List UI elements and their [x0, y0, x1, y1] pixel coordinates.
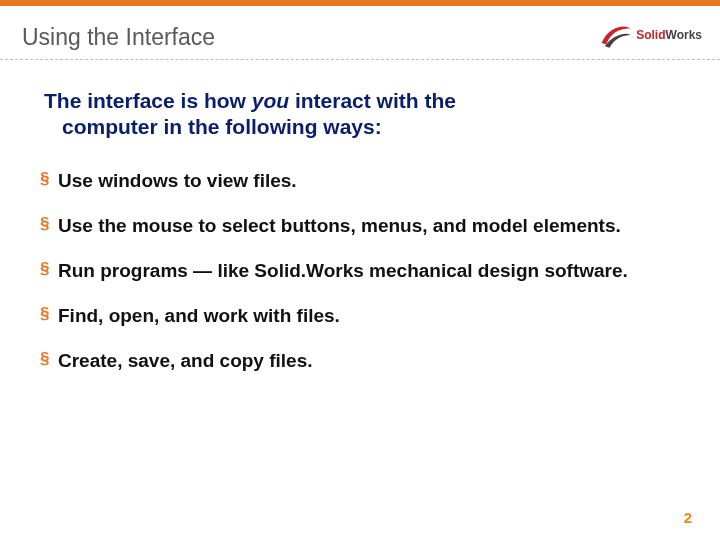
lead-prefix: The interface is how	[44, 89, 252, 112]
slide-header: Using the Interface SolidWorks	[0, 6, 720, 59]
bullet-icon: §	[40, 259, 49, 280]
list-item: § Use the mouse to select buttons, menus…	[40, 214, 680, 237]
bullet-icon: §	[40, 304, 49, 325]
lead-mid: interact with the	[289, 89, 456, 112]
list-item-text: Find, open, and work with files.	[58, 305, 340, 326]
slide-content: The interface is how you interact with t…	[0, 60, 720, 372]
lead-line2: computer in the following ways:	[44, 114, 680, 140]
lead-you: you	[252, 89, 289, 112]
page-number: 2	[684, 509, 692, 526]
lead-paragraph: The interface is how you interact with t…	[40, 88, 680, 141]
brand-works: Works	[666, 28, 702, 42]
brand-logo-text: SolidWorks	[636, 28, 702, 42]
list-item: § Run programs — like Solid.Works mechan…	[40, 259, 680, 282]
list-item: § Create, save, and copy files.	[40, 349, 680, 372]
bullet-icon: §	[40, 214, 49, 235]
list-item: § Find, open, and work with files.	[40, 304, 680, 327]
solidworks-swoosh-icon	[600, 20, 632, 50]
brand-solid: Solid	[636, 28, 665, 42]
list-item-text: Use the mouse to select buttons, menus, …	[58, 215, 621, 236]
list-item: § Use windows to view files.	[40, 169, 680, 192]
bullet-list: § Use windows to view files. § Use the m…	[40, 169, 680, 373]
bullet-icon: §	[40, 349, 49, 370]
brand-logo: SolidWorks	[600, 20, 702, 50]
list-item-text: Use windows to view files.	[58, 170, 297, 191]
bullet-icon: §	[40, 169, 49, 190]
list-item-text: Create, save, and copy files.	[58, 350, 313, 371]
list-item-text: Run programs — like Solid.Works mechanic…	[58, 260, 628, 281]
